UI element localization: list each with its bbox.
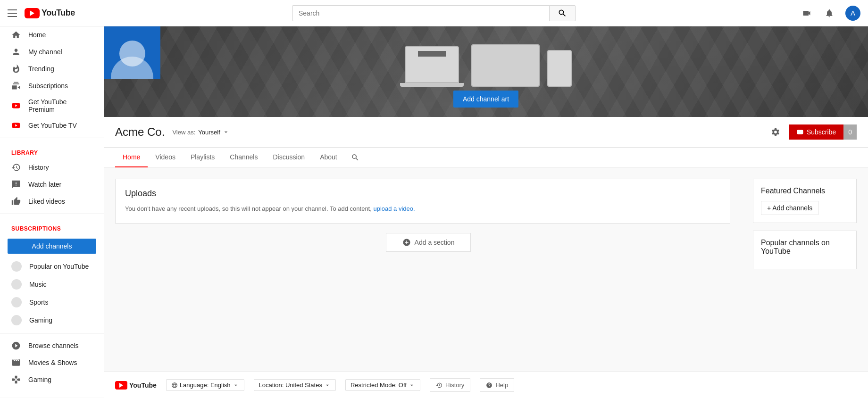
featured-channels-widget: Featured Channels + Add channels [753, 179, 857, 223]
language-chevron-icon [233, 382, 239, 389]
laptop-base [400, 83, 464, 87]
add-channels-link[interactable]: + Add channels [761, 201, 818, 215]
sidebar-item-sports[interactable]: Sports [0, 293, 104, 311]
add-channels-button[interactable]: Add channels [8, 239, 96, 254]
sidebar-item-yt-tv[interactable]: Get YouTube TV [0, 117, 104, 134]
channel-tabs: Home Videos Playlists Channels Discussio… [104, 148, 868, 167]
tab-home[interactable]: Home [115, 148, 148, 167]
subscribe-count[interactable]: 0 [843, 124, 857, 140]
sidebar-label-popular: Popular on YouTube [29, 263, 89, 270]
gear-icon [771, 127, 780, 137]
sidebar-item-trending[interactable]: Trending [0, 60, 104, 77]
language-label: Language: English [180, 381, 231, 389]
upload-video-link[interactable]: upload a video. [373, 205, 415, 212]
home-icon [11, 30, 21, 40]
footer: YouTube Language: English Location: Unit… [104, 372, 868, 398]
header: YouTube A [0, 0, 868, 26]
restricted-mode-selector[interactable]: Restricted Mode: Off [345, 379, 420, 391]
add-channel-art-button[interactable]: Add channel art [453, 91, 518, 108]
sidebar-label-sports: Sports [29, 298, 48, 306]
add-section-icon [402, 238, 411, 247]
subscriptions-icon [11, 81, 21, 91]
notifications-icon[interactable] [823, 7, 836, 20]
view-as-value: Yourself [198, 129, 220, 136]
sidebar-item-liked-videos[interactable]: Liked videos [0, 193, 104, 210]
search-tab-icon [351, 153, 359, 162]
avatar-body [111, 57, 153, 79]
sidebar-label-music: Music [29, 281, 47, 288]
language-selector[interactable]: Language: English [166, 379, 244, 391]
hamburger-menu[interactable] [8, 9, 17, 17]
phone-device [547, 50, 572, 87]
help-footer-label: Help [495, 381, 508, 389]
subscribe-button-group: Subscribe 0 [789, 124, 857, 140]
user-avatar[interactable]: A [845, 6, 860, 21]
search-icon [558, 8, 567, 18]
sidebar-label-history: History [28, 164, 49, 171]
sidebar-label-my-channel: My channel [28, 48, 62, 56]
footer-logo-icon [115, 381, 127, 390]
tab-playlists[interactable]: Playlists [183, 148, 222, 167]
popular-channels-title: Popular channels on YouTube [761, 239, 849, 256]
clock-icon [11, 180, 21, 189]
upload-video-icon[interactable] [800, 7, 813, 20]
sidebar-item-popular[interactable]: Popular on YouTube [0, 257, 104, 275]
sidebar-item-watch-later[interactable]: Watch later [0, 176, 104, 193]
tab-discussion[interactable]: Discussion [265, 148, 312, 167]
tab-about[interactable]: About [312, 148, 345, 167]
right-sidebar: Featured Channels + Add channels Popular… [753, 179, 857, 345]
add-section-button[interactable]: Add a section [386, 233, 471, 252]
channel-info-bar: Acme Co. View as: Yourself Subscribe [104, 117, 868, 148]
channel-avatar [104, 23, 160, 79]
tab-channels[interactable]: Channels [222, 148, 265, 167]
history-footer-label: History [445, 381, 464, 389]
sidebar-label-gaming: Gaming [29, 316, 52, 324]
avatar-content [104, 23, 160, 79]
sidebar-label-movies-shows: Movies & Shows [28, 359, 77, 366]
laptop-device [400, 46, 464, 87]
popular-channels-widget: Popular channels on YouTube [753, 231, 857, 269]
search-button[interactable] [549, 5, 576, 21]
view-as-select[interactable]: Yourself [198, 128, 230, 136]
sidebar-item-gaming[interactable]: Gaming [0, 311, 104, 329]
sidebar-item-browse-channels[interactable]: Browse channels [0, 337, 104, 354]
help-footer-icon [486, 382, 492, 389]
subscribe-button[interactable]: Subscribe [789, 124, 843, 140]
location-label: Location: United States [259, 381, 322, 389]
popular-icon [11, 261, 22, 272]
subscribe-yt-icon [796, 128, 804, 136]
tab-search-icon[interactable] [349, 151, 362, 164]
sidebar-divider-3 [0, 333, 104, 333]
sidebar-item-history[interactable]: History [0, 159, 104, 176]
uploads-title: Uploads [125, 189, 720, 199]
view-as-label: View as: [172, 129, 195, 136]
header-right: A [757, 6, 860, 21]
sidebar-item-gaming-bottom[interactable]: Gaming [0, 371, 104, 388]
header-left: YouTube [8, 8, 111, 18]
youtube-logo[interactable]: YouTube [25, 8, 75, 18]
history-footer-button[interactable]: History [430, 378, 470, 392]
location-chevron-icon [324, 382, 331, 389]
settings-gear-button[interactable] [768, 124, 783, 140]
sidebar-item-yt-premium[interactable]: Get YouTube Premium [0, 94, 104, 117]
uploads-empty-message: You don't have any recent uploads, so th… [125, 205, 372, 212]
movies-icon [11, 358, 21, 367]
sidebar-item-my-channel[interactable]: My channel [0, 43, 104, 60]
logo-text: YouTube [42, 8, 75, 18]
flame-icon [11, 64, 21, 74]
uploads-empty-text: You don't have any recent uploads, so th… [125, 204, 720, 214]
location-selector[interactable]: Location: United States [254, 379, 336, 391]
browse-icon [11, 341, 21, 350]
sidebar-item-movies-shows[interactable]: Movies & Shows [0, 354, 104, 371]
help-footer-button[interactable]: Help [480, 378, 514, 392]
featured-channels-title: Featured Channels [761, 187, 849, 195]
sidebar-item-music[interactable]: Music [0, 275, 104, 293]
uploads-area: Uploads You don't have any recent upload… [115, 179, 742, 345]
tab-videos[interactable]: Videos [148, 148, 183, 167]
footer-logo[interactable]: YouTube [115, 381, 157, 390]
uploads-section: Uploads You don't have any recent upload… [115, 179, 730, 224]
sidebar-item-subscriptions[interactable]: Subscriptions [0, 77, 104, 94]
sidebar-label-browse-channels: Browse channels [28, 342, 79, 349]
search-input[interactable] [292, 5, 549, 21]
sidebar-item-home[interactable]: Home [0, 26, 104, 43]
